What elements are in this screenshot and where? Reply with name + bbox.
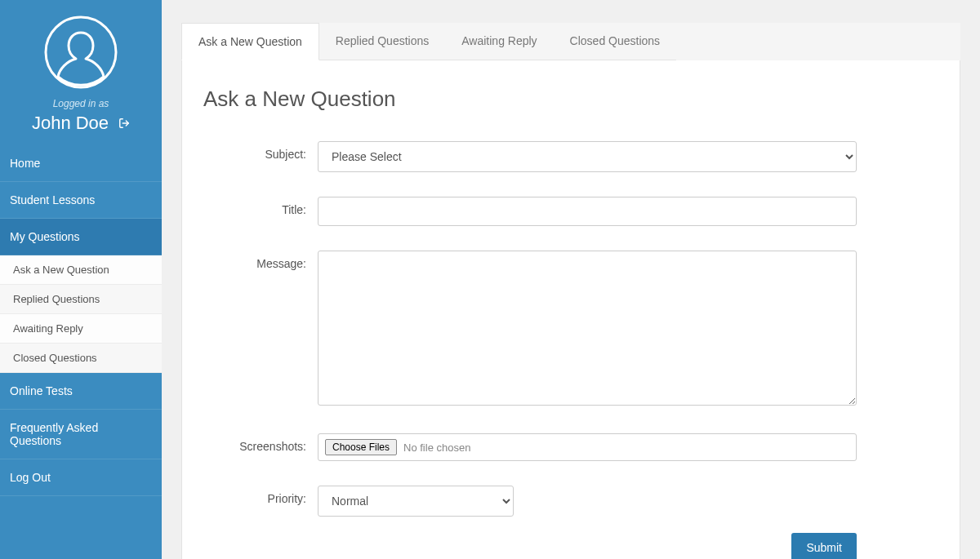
nav-home[interactable]: Home xyxy=(0,145,162,182)
main: Ask a New Question Replied Questions Awa… xyxy=(162,0,980,559)
choose-files-button[interactable]: Choose Files xyxy=(325,439,397,455)
label-title: Title: xyxy=(203,197,318,226)
row-message: Message: xyxy=(203,251,938,409)
submit-button[interactable]: Submit xyxy=(791,533,857,559)
logged-in-as-label: Logged in as xyxy=(0,98,162,109)
subnav-closed-questions[interactable]: Closed Questions xyxy=(0,344,162,373)
row-screenshots: Screenshots: Choose Files No file chosen xyxy=(203,433,938,461)
profile-block: Logged in as John Doe xyxy=(0,0,162,145)
screenshots-file-input[interactable]: Choose Files No file chosen xyxy=(318,433,857,461)
row-title: Title: xyxy=(203,197,938,226)
row-subject: Subject: Please Select xyxy=(203,141,938,172)
panel: Ask a New Question Subject: Please Selec… xyxy=(181,60,960,559)
file-status-text: No file chosen xyxy=(403,441,470,454)
title-input[interactable] xyxy=(318,197,857,226)
user-name: John Doe xyxy=(32,113,109,134)
tabs: Ask a New Question Replied Questions Awa… xyxy=(181,23,960,60)
label-message: Message: xyxy=(203,251,318,409)
nav-student-lessons[interactable]: Student Lessons xyxy=(0,182,162,219)
subject-select[interactable]: Please Select xyxy=(318,141,857,172)
nav-online-tests[interactable]: Online Tests xyxy=(0,373,162,410)
subnav-ask-new-question[interactable]: Ask a New Question xyxy=(0,255,162,285)
nav-my-questions[interactable]: My Questions xyxy=(0,219,162,255)
nav: Home Student Lessons My Questions Ask a … xyxy=(0,145,162,496)
subnav-replied-questions[interactable]: Replied Questions xyxy=(0,285,162,314)
tab-replied-questions[interactable]: Replied Questions xyxy=(319,23,445,60)
label-subject: Subject: xyxy=(203,141,318,172)
tab-ask-new-question[interactable]: Ask a New Question xyxy=(181,23,319,60)
nav-log-out[interactable]: Log Out xyxy=(0,459,162,496)
page-title: Ask a New Question xyxy=(203,87,938,112)
priority-select[interactable]: Normal xyxy=(318,486,514,517)
tab-awaiting-reply[interactable]: Awaiting Reply xyxy=(445,23,553,60)
message-textarea[interactable] xyxy=(318,251,857,406)
svg-point-0 xyxy=(46,17,116,87)
tab-closed-questions[interactable]: Closed Questions xyxy=(554,23,677,60)
avatar-icon xyxy=(43,15,118,90)
label-priority: Priority: xyxy=(203,486,318,517)
row-priority: Priority: Normal xyxy=(203,486,938,517)
user-line: John Doe xyxy=(0,113,162,134)
sign-out-icon[interactable] xyxy=(118,118,130,129)
submit-row: Submit xyxy=(203,533,857,559)
subnav-awaiting-reply[interactable]: Awaiting Reply xyxy=(0,314,162,344)
sidebar: Logged in as John Doe Home Student Lesso… xyxy=(0,0,162,559)
nav-faq[interactable]: Frequently Asked Questions xyxy=(0,410,162,459)
label-screenshots: Screenshots: xyxy=(203,433,318,461)
